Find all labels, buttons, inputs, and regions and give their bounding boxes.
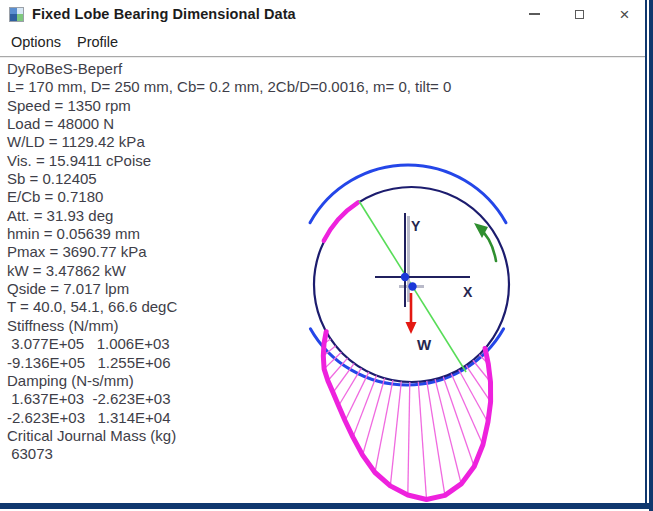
maximize-icon <box>575 10 584 19</box>
report-line: E/Cb = 0.7180 <box>7 188 447 206</box>
window-controls: × <box>512 0 647 28</box>
report-line: Stiffness (N/mm) <box>7 317 447 335</box>
report-line: L= 170 mm, D= 250 mm, Cb= 0.2 mm, 2Cb/D=… <box>7 78 447 96</box>
pressure-hatch-line <box>443 377 474 467</box>
report-line: -2.623E+03 1.314E+04 <box>7 409 447 427</box>
report-line: Damping (N-s/mm) <box>7 372 447 390</box>
close-button[interactable]: × <box>602 0 647 28</box>
report-line: Vis. = 15.9411 cPoise <box>7 152 447 170</box>
report-line: -9.136E+05 1.255E+06 <box>7 354 447 372</box>
pressure-hatch-line <box>473 360 491 382</box>
rotation-arrow <box>478 227 496 261</box>
report-line: W/LD = 1129.42 kPa <box>7 133 447 151</box>
rotation-arrow-head <box>474 223 488 238</box>
report-line: Sb = 0.12405 <box>7 170 447 188</box>
pressure-hatch-line <box>451 374 483 445</box>
report-line: T = 40.0, 54.1, 66.6 degC <box>7 298 447 316</box>
minimize-icon <box>529 13 540 15</box>
menu-separator-shadow <box>0 57 647 58</box>
pressure-hatch-line <box>479 355 488 364</box>
report-line: Speed = 1350 rpm <box>7 97 447 115</box>
pressure-hatch-line <box>459 370 488 422</box>
report-line: 63073 <box>7 445 447 463</box>
report-line: Critical Journal Mass (kg) <box>7 427 447 445</box>
window-border-right <box>649 0 653 511</box>
window-border-bottom <box>0 503 653 509</box>
maximize-button[interactable] <box>557 0 602 28</box>
report-line: DyRoBeS-Beperf <box>7 60 447 78</box>
report-line: Qside = 7.017 lpm <box>7 280 447 298</box>
report-line: Att. = 31.93 deg <box>7 207 447 225</box>
window-title: Fixed Lobe Bearing Dimensional Data <box>32 6 296 22</box>
report-line: 3.077E+05 1.006E+03 <box>7 335 447 353</box>
report-line: Load = 48000 N <box>7 115 447 133</box>
report-line: Pmax = 3690.77 kPa <box>7 243 447 261</box>
report-line: 1.637E+03 -2.623E+03 <box>7 390 447 408</box>
report-line: kW = 3.47862 kW <box>7 262 447 280</box>
minimize-button[interactable] <box>512 0 557 28</box>
report-line: hmin = 0.05639 mm <box>7 225 447 243</box>
window-border-right-inner <box>645 0 647 505</box>
diagram-label-x: X <box>463 284 473 300</box>
report-text: DyRoBeS-BeperfL= 170 mm, D= 250 mm, Cb= … <box>7 60 447 464</box>
menu-item-options[interactable]: Options <box>3 34 69 50</box>
menu-item-profile[interactable]: Profile <box>69 34 126 50</box>
pressure-hatch-line <box>466 365 491 401</box>
app-icon <box>9 7 24 22</box>
close-icon: × <box>620 6 630 23</box>
menu-bar: Options Profile <box>0 28 647 56</box>
